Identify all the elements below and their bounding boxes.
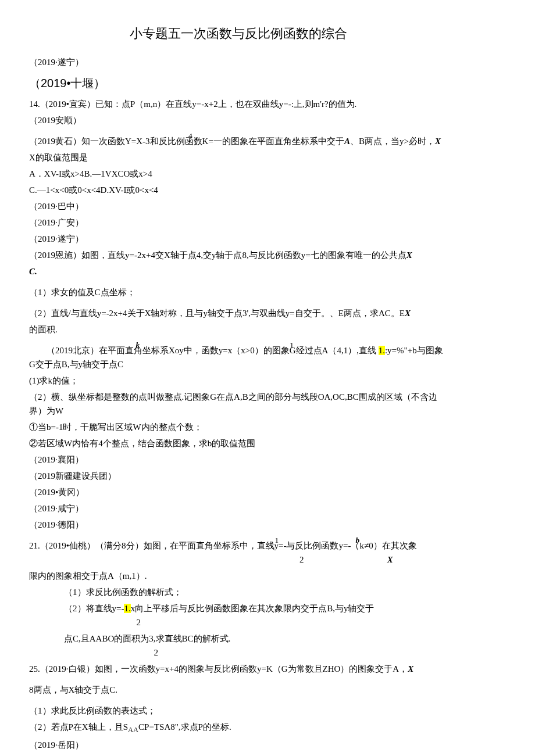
sup-1b: 1 (275, 534, 279, 547)
source-xianning: （2019·咸宁） (29, 501, 448, 515)
sup-4: 4 (188, 130, 192, 142)
italic-X-4: X (408, 664, 413, 673)
q-enshi-area: 的面积. (29, 323, 448, 336)
q25-baiyin: 25.（2019·白银）如图，一次函数y=x+4的图象与反比例函数y=K（G为常… (29, 662, 448, 676)
q14-yibin: 14.（2019•宜宾）已知：点P（m,n）在直线y=-x+2上，也在双曲线y=… (29, 97, 448, 111)
sub-aa: AA (128, 726, 138, 734)
q-enshi-c: C. (29, 264, 448, 278)
source-guangan: （2019·广安） (29, 216, 448, 230)
q21-sub3: 2 (29, 646, 448, 660)
sup-b: b (356, 534, 360, 547)
q21-part1: （1）求反比例函数的解析式； (29, 585, 448, 599)
source-xinjiang: （2019新疆建设兵团） (29, 469, 448, 483)
italic-X-1: X (435, 137, 441, 146)
q25-part2: （2）若点P在X轴上，且SAACP=TSA8",求点P的坐标. (29, 720, 448, 736)
source-suining-2: （2019·遂宁） (29, 232, 448, 246)
q-enshi-part1: （1）求女的值及C点坐标； (29, 285, 448, 299)
q-huangshi: 4（2019黄石）知一次函数Y=X-3和反比例函数K=一的图象在平面直角坐标系中… (29, 134, 448, 148)
q21-sub2: 2 (29, 615, 448, 629)
q-beijing-1: (1)求k的值； (29, 374, 448, 388)
q25-points: 8两点，与X轴交于点C. (29, 683, 448, 697)
q21-sub-row: 2 X (29, 553, 448, 567)
italic-A: A (344, 137, 350, 146)
q-beijing-2a: ①当b=-1时，干脆写出区域W内的整点个数； (29, 420, 448, 434)
hl-1a: 1. (379, 346, 385, 355)
italic-X-3: X (405, 309, 411, 318)
source-anshun: （2019安顺） (29, 113, 448, 127)
hl-1b: 1. (124, 604, 130, 613)
source-deyang: （2019·德阳） (29, 518, 448, 532)
q21-part2b: 点C,且AABO的面积为3,求直线BC的解析式. (29, 632, 448, 646)
q21-xiantao: 1 b 21.（2019•仙桃）（满分8分）如图，在平面直角坐标系中，直线y=-… (29, 539, 448, 553)
sup-1: 1 (290, 339, 294, 352)
q-beijing-2: （2）横、纵坐标都是整数的点叫做整点.记图象G在点A,B之间的部分与线段OA,O… (29, 390, 448, 418)
q-beijing: k 1 （2019北京）在平面直角坐标系Xoy中，函数y=x（x>0）的图象G经… (29, 343, 448, 371)
q-beijing-2b: ②若区域W内恰有4个整点，结合函数图象，求b的取值范围 (29, 436, 448, 450)
opt-cd: C.—1<x<0或0<x<4D.XV-I或0<x<4 (29, 183, 448, 197)
q21-pointA: 限内的图象相交于点A（m,1）. (29, 569, 448, 583)
source-bazhong: （2019·巴中） (29, 199, 448, 213)
opt-ab: A．XV-I或x>4B.—1VXCO或x>4 (29, 167, 448, 181)
source-suining-1: （2019·遂宁） (29, 55, 448, 69)
sup-k: k (136, 339, 140, 352)
q-enshi: （2019恩施）如图，直线y=-2x+4交X轴于点4,交y轴于点8,与反比例函数… (29, 248, 448, 262)
italic-X-2: X (406, 250, 412, 260)
q-enshi-part2: （2）直线/与直线y=-2x+4关于X轴对称，且与y轴交于点3',与双曲线y=自… (29, 306, 448, 320)
q-huangshi-range: X的取值范围是 (29, 151, 448, 164)
q25-part1: （1）求此反比例函数的表达式； (29, 704, 448, 718)
source-shiyan: （2019•十堰） (29, 74, 448, 92)
source-huanggang: （2019•黄冈） (29, 485, 448, 499)
source-yueyang: （2019·岳阳） (29, 738, 448, 752)
source-xiangyang: （2019·襄阳） (29, 453, 448, 467)
q21-part2: （2）将直线y=-1.x向上平移后与反比例函数图象在其次象限内交于点B,与y轴交… (29, 601, 448, 615)
page-title: 小专题五一次函数与反比例函数的综合 (29, 23, 448, 44)
